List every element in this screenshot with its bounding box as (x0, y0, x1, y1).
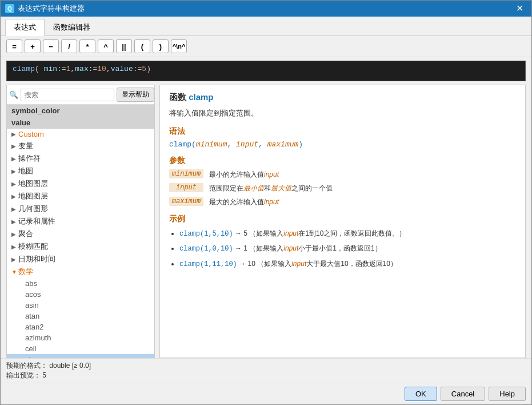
tree-item-records[interactable]: ▶ 记录和属性 (7, 215, 154, 228)
tree-subitem-acos[interactable]: acos (7, 289, 154, 300)
example-note-1: （如果输入input在1到10之间，函数返回此数值。） (249, 229, 406, 237)
btn-newline[interactable]: ^\n^ (171, 39, 187, 53)
help-button[interactable]: Help (489, 387, 526, 401)
tree-arrow-geometry: ▶ (11, 206, 18, 212)
editor-fn-name: clamp (13, 65, 35, 73)
example-item-1: clamp(1,5,10) → 5 （如果输入input在1到10之间，函数返回… (179, 228, 516, 241)
preview-label: 输出预览： (6, 371, 41, 379)
tree-subitem-ceil[interactable]: ceil (7, 343, 154, 354)
example-code-1: clamp(1,5,10) (179, 230, 233, 238)
tree-arrow-operators: ▶ (11, 156, 18, 162)
tree-subitem-asin[interactable]: asin (7, 300, 154, 311)
tree-item-aggregate[interactable]: ▶ 聚合 (7, 228, 154, 240)
btn-open-paren[interactable]: ( (134, 39, 150, 53)
tree-item-label-variables: 变量 (18, 141, 33, 151)
tree-item-label-operators: 操作符 (18, 153, 41, 164)
btn-divide[interactable]: / (61, 39, 77, 53)
tree-arrow-variables: ▶ (11, 143, 18, 149)
syntax-param-maximum: maximum (267, 140, 299, 149)
right-panel: 函数 clamp 将输入值限定到指定范围。 语法 clamp(minimum, … (159, 85, 526, 358)
examples-section: clamp(1,5,10) → 5 （如果输入input在1到10之间，函数返回… (169, 228, 516, 271)
example-arrow-1: → 5 (235, 229, 249, 237)
title-bar-left: Q 表达式字符串构建器 (5, 3, 85, 14)
tree-subitem-atan2[interactable]: atan2 (7, 321, 154, 332)
tree-item-variables[interactable]: ▶ 变量 (7, 140, 154, 152)
tree-subitem-azimuth[interactable]: azimuth (7, 332, 154, 343)
main-content: = + − / * ^ || ( ) ^\n^ clamp( min:=1,ma… (1, 36, 531, 404)
tab-function-editor[interactable]: 函数编辑器 (45, 19, 99, 35)
tree-subitem-abs[interactable]: abs (7, 278, 154, 289)
example-item-2: clamp(1,0,10) → 1 （如果输入input小于最小值1，函数返回1… (179, 243, 516, 256)
close-button[interactable]: ✕ (513, 3, 527, 14)
btn-equals[interactable]: = (6, 39, 22, 53)
param-desc-minimum: 最小的允许输入值input (209, 169, 279, 180)
left-panel: 🔍 显示帮助 symbol_color value ▶ Custom ▶ 变量 (6, 85, 155, 358)
tree-item-label-records: 记录和属性 (18, 216, 55, 227)
help-examples-label: 示例 (169, 214, 516, 224)
search-bar: 🔍 显示帮助 (7, 85, 154, 105)
tree-item-map[interactable]: ▶ 地图 (7, 165, 154, 177)
show-help-button[interactable]: 显示帮助 (117, 88, 154, 102)
example-list: clamp(1,5,10) → 5 （如果输入input在1到10之间，函数返回… (169, 228, 516, 271)
help-fn-name: clamp (189, 92, 213, 102)
btn-close-paren[interactable]: ) (153, 39, 169, 53)
help-title-prefix: 函数 (169, 92, 189, 102)
tree-item-fuzzy[interactable]: ▶ 模糊匹配 (7, 240, 154, 253)
tree-item-label-fuzzy: 模糊匹配 (18, 241, 48, 252)
tree-item-label-map: 地图 (18, 166, 33, 176)
body-panels: 🔍 显示帮助 symbol_color value ▶ Custom ▶ 变量 (1, 85, 531, 358)
search-input[interactable] (21, 89, 114, 101)
example-code-2: clamp(1,0,10) (179, 245, 233, 253)
expression-editor[interactable]: clamp( min:=1,max:=10,value:=5) (6, 61, 526, 81)
param-row-input: input 范围限定在最小值和最大值之间的一个值 (169, 183, 516, 193)
tree-item-geometry[interactable]: ▶ 几何图形 (7, 202, 154, 215)
tree-item-math[interactable]: ▼ 数学 (7, 265, 154, 278)
tree-subitem-atan[interactable]: atan (7, 311, 154, 321)
help-description: 将输入值限定到指定范围。 (169, 108, 516, 120)
tree-item-operators[interactable]: ▶ 操作符 (7, 152, 154, 165)
tree-item-label-aggregate: 聚合 (18, 229, 33, 239)
syntax-fn-name: clamp (169, 140, 191, 149)
tree-arrow-map-layer1: ▶ (11, 181, 18, 187)
tree-item-map-layer1[interactable]: ▶ 地图图层 (7, 177, 154, 190)
btn-caret[interactable]: ^ (98, 39, 114, 53)
toolbar: = + − / * ^ || ( ) ^\n^ (1, 36, 531, 57)
tree-header-symbol-color: symbol_color (7, 105, 154, 117)
cancel-button[interactable]: Cancel (441, 387, 485, 401)
search-icon: 🔍 (9, 90, 18, 99)
tree-item-label-math: 数学 (18, 267, 33, 277)
tree-item-map-layer2[interactable]: ▶ 地图图层 (7, 190, 154, 202)
app-icon: Q (5, 4, 14, 13)
tree-item-custom[interactable]: ▶ Custom (7, 129, 154, 140)
btn-minus[interactable]: − (43, 39, 59, 53)
example-note-2: （如果输入input小于最小值1，函数返回1） (249, 244, 381, 252)
tree-item-label-custom: Custom (18, 130, 44, 138)
format-label: 预期的格式： (6, 362, 47, 370)
preview-value: 5 (42, 371, 46, 379)
btn-pipes[interactable]: || (116, 39, 132, 53)
tab-expression[interactable]: 表达式 (5, 19, 45, 36)
help-title: 函数 clamp (169, 92, 516, 103)
tab-bar: 表达式 函数编辑器 (1, 17, 531, 36)
param-row-maximum: maximum 最大的允许输入值input (169, 197, 516, 207)
syntax-param-minimum: minimum (196, 140, 227, 149)
btn-plus[interactable]: + (25, 39, 41, 53)
help-syntax: clamp(minimum, input, maximum) (169, 140, 516, 149)
tree-arrow-math: ▼ (11, 269, 18, 275)
tree-item-label-geometry: 几何图形 (18, 204, 48, 214)
param-name-minimum: minimum (169, 169, 203, 178)
param-name-maximum: maximum (169, 197, 203, 206)
tree-item-label-map-layer1: 地图图层 (18, 178, 48, 189)
tree-item-label-datetime: 日期和时间 (18, 254, 55, 264)
example-note-3: （如果输入input大于最大值10，函数返回10） (257, 260, 397, 268)
tree-arrow-fuzzy: ▶ (11, 244, 18, 250)
example-item-3: clamp(1,11,10) → 10 （如果输入input大于最大值10，函数… (179, 258, 516, 271)
tree-subitem-clamp[interactable]: clamp (7, 354, 154, 358)
tree-arrow-datetime: ▶ (11, 256, 18, 263)
tree-item-datetime[interactable]: ▶ 日期和时间 (7, 253, 154, 265)
ok-button[interactable]: OK (405, 387, 437, 401)
tree-item-label-map-layer2: 地图图层 (18, 191, 48, 201)
help-syntax-label: 语法 (169, 126, 516, 137)
btn-multiply[interactable]: * (79, 39, 95, 53)
main-window: Q 表达式字符串构建器 ✕ 表达式 函数编辑器 = + − / * ^ || (… (0, 0, 532, 405)
